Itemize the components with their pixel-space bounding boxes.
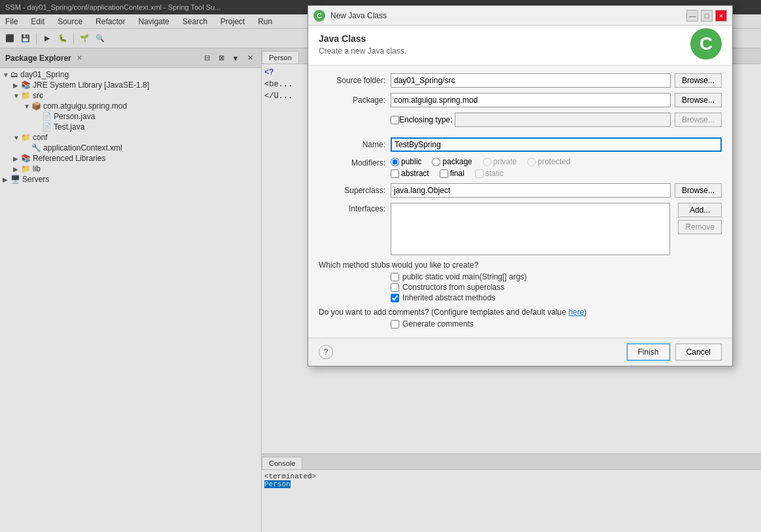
dialog-title-left: C New Java Class <box>313 10 387 22</box>
modifier-static-label: static <box>475 169 504 178</box>
comments-items: Generate comments <box>319 319 722 328</box>
modifier-package-label: package <box>432 157 472 166</box>
enclosing-type-checkbox[interactable] <box>391 116 399 124</box>
stubs-title: Which method stubs would you like to cre… <box>319 260 722 270</box>
package-label: Package: <box>319 96 391 105</box>
finish-button[interactable]: Finish <box>627 344 670 361</box>
dialog-minimize-btn[interactable]: — <box>686 10 698 22</box>
enclosing-type-browse-btn: Browse... <box>675 113 722 127</box>
modifiers-row-2: abstract final static <box>391 169 571 178</box>
interfaces-row: Interfaces: Add... Remove <box>319 203 722 255</box>
modifier-abstract-checkbox[interactable] <box>391 169 399 178</box>
modifier-protected-label: protected <box>527 157 571 166</box>
comments-link[interactable]: here <box>569 308 584 317</box>
modifier-final-text: final <box>450 169 465 178</box>
help-button[interactable]: ? <box>319 345 333 359</box>
form-separator <box>319 132 722 137</box>
source-folder-browse-btn[interactable]: Browse... <box>675 73 722 88</box>
ide-background: SSM - day01_Spring/conf/applicationConte… <box>0 0 761 532</box>
modifier-public-radio[interactable] <box>391 158 399 166</box>
package-browse-btn[interactable]: Browse... <box>675 93 722 107</box>
dialog-header-icon: C <box>690 28 722 60</box>
interfaces-label: Interfaces: <box>319 203 391 213</box>
package-input[interactable] <box>391 93 671 107</box>
package-row: Package: Browse... <box>319 93 722 107</box>
modifier-protected-radio <box>527 158 536 166</box>
name-input[interactable] <box>391 137 722 152</box>
superclass-input[interactable] <box>391 183 671 198</box>
superclass-label: Superclass: <box>319 186 391 195</box>
modifier-static-checkbox <box>475 169 484 178</box>
dialog-header-title: Java Class <box>319 33 406 44</box>
cancel-button[interactable]: Cancel <box>675 344 722 361</box>
dialog-titlebar-buttons: — □ × <box>686 10 727 22</box>
stub2-checkbox[interactable] <box>391 283 399 292</box>
enclosing-type-checkbox-label: Enclosing type: <box>399 115 452 124</box>
modifier-private-label: private <box>483 157 517 166</box>
dialog-close-btn[interactable]: × <box>715 10 727 22</box>
modifiers-container: public package private protected <box>391 157 571 178</box>
dialog-header-subtitle: Create a new Java class. <box>319 46 406 56</box>
modifier-package-text: package <box>442 157 472 166</box>
new-java-class-dialog: C New Java Class — □ × Java Class Create… <box>308 5 733 366</box>
comments-section: Do you want to add comments? (Configure … <box>319 308 722 328</box>
stub1-label: public static void main(String[] args) <box>402 272 527 281</box>
dialog-footer-left: ? <box>319 345 333 359</box>
modifier-public-text: public <box>401 157 421 166</box>
modifiers-row-1: public package private protected <box>391 157 571 166</box>
interfaces-box[interactable] <box>391 203 670 255</box>
dialog-titlebar: C New Java Class — □ × <box>308 6 732 26</box>
interfaces-add-btn[interactable]: Add... <box>678 203 722 217</box>
stub2-row: Constructors from superclass <box>391 283 722 292</box>
enclosing-type-input <box>455 113 671 127</box>
modifier-package-radio[interactable] <box>432 158 440 166</box>
source-folder-row: Source folder: Browse... <box>319 73 722 88</box>
stub3-row: Inherited abstract methods <box>391 293 722 302</box>
superclass-browse-btn[interactable]: Browse... <box>675 183 722 198</box>
generate-comments-label: Generate comments <box>402 319 474 328</box>
modifier-private-radio <box>483 158 491 166</box>
modifier-abstract-text: abstract <box>401 169 429 178</box>
comments-text: Do you want to add comments? (Configure … <box>319 308 722 317</box>
modifier-protected-text: protected <box>538 157 571 166</box>
dialog-header-info: Java Class Create a new Java class. <box>319 33 406 56</box>
dialog-header-icon-text: C <box>699 33 713 54</box>
enclosing-type-row: Enclosing type: Browse... <box>319 113 722 127</box>
generate-comments-row: Generate comments <box>391 319 722 328</box>
comments-text-before: Do you want to add comments? (Configure … <box>319 308 569 317</box>
modifier-abstract-label: abstract <box>391 169 429 178</box>
stubs-items: public static void main(String[] args) C… <box>319 272 722 302</box>
modifier-public-label: public <box>391 157 421 166</box>
modifier-final-label: final <box>440 169 465 178</box>
stub3-label: Inherited abstract methods <box>402 293 495 302</box>
dialog-body: Source folder: Browse... Package: Browse… <box>308 65 732 338</box>
modifier-static-text: static <box>486 169 504 178</box>
dialog-header: Java Class Create a new Java class. C <box>308 26 732 65</box>
dialog-title-icon: C <box>313 10 325 22</box>
source-folder-input[interactable] <box>391 73 671 88</box>
stub3-checkbox[interactable] <box>391 294 399 302</box>
modifier-private-text: private <box>493 157 517 166</box>
dialog-restore-btn[interactable]: □ <box>701 10 713 22</box>
interfaces-buttons: Add... Remove <box>674 203 722 234</box>
modifiers-row: Modifiers: public package pr <box>319 157 722 178</box>
comments-text-after: ) <box>584 308 587 317</box>
superclass-row: Superclass: Browse... <box>319 183 722 198</box>
interfaces-remove-btn[interactable]: Remove <box>678 220 722 234</box>
modifier-final-checkbox[interactable] <box>440 169 448 178</box>
name-label: Name: <box>319 140 391 149</box>
generate-comments-checkbox[interactable] <box>391 320 399 328</box>
source-folder-label: Source folder: <box>319 76 391 85</box>
stub2-label: Constructors from superclass <box>402 283 504 292</box>
stubs-section: Which method stubs would you like to cre… <box>319 260 722 302</box>
modifiers-label: Modifiers: <box>319 157 391 168</box>
dialog-title-text: New Java Class <box>330 11 387 20</box>
stub1-row: public static void main(String[] args) <box>391 272 722 281</box>
dialog-title-icon-text: C <box>317 12 322 20</box>
dialog-footer: ? Finish Cancel <box>308 338 732 366</box>
stub1-checkbox[interactable] <box>391 273 399 281</box>
name-row: Name: <box>319 137 722 152</box>
